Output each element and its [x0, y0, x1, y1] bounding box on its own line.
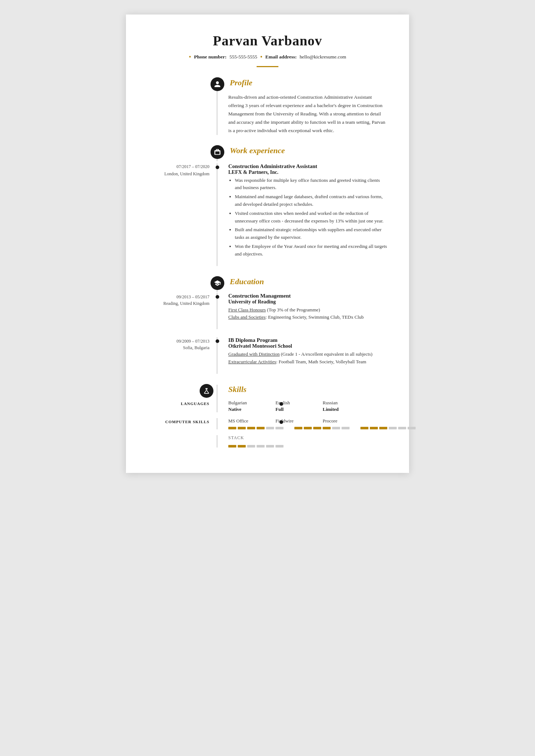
flask-icon — [203, 387, 210, 395]
work-bullet-0 — [216, 165, 219, 169]
phone-value: 555-555-5555 — [229, 54, 257, 60]
skills-icon-circle — [200, 384, 213, 398]
procore-bar — [360, 427, 416, 429]
seg-2-5 — [408, 427, 416, 429]
work-date-col — [148, 146, 217, 161]
stack-seg-5 — [275, 445, 283, 448]
computer-content: MS Office Fieldwire Procore — [217, 418, 416, 429]
skills-header-right: Skills — [217, 385, 387, 400]
edu-extra-text-0: : Engineering Society, Swimming Club, TE… — [266, 314, 364, 320]
work-date: 07/2017 – 07/2020 — [148, 163, 209, 170]
profile-title: Profile — [230, 78, 252, 87]
stack-seg-0 — [228, 445, 236, 448]
work-entry-title: Construction Administrative Assistant — [228, 163, 387, 169]
seg-0-3 — [257, 427, 265, 429]
skill-ms-office: MS Office — [228, 418, 265, 424]
edu-entry-1-right: IB Diploma Program Otkrivatel Montessori… — [217, 337, 387, 374]
lang-name-2: Russian — [323, 400, 359, 406]
work-bullet-item-4: Won the Employee of the Year Award once … — [235, 243, 387, 258]
skills-icon-pos — [200, 384, 213, 398]
profile-content-col: Profile Results-driven and action-orient… — [217, 78, 387, 135]
seg-1-0 — [294, 427, 302, 429]
education-icon-circle — [211, 276, 224, 290]
computer-bars-row — [228, 426, 416, 429]
edu-honor-label-0: First Class Honours — [228, 307, 266, 312]
languages-row: LANGUAGES Bulgarian Native English Full … — [148, 400, 387, 412]
languages-content: Bulgarian Native English Full Russian Li… — [217, 400, 387, 412]
stack-bar — [228, 445, 387, 448]
stack-content: STACK — [217, 435, 387, 448]
stack-seg-1 — [238, 445, 246, 448]
candidate-name: Parvan Varbanov — [148, 33, 387, 49]
seg-1-3 — [323, 427, 331, 429]
edu-degree-0: Construction Management — [228, 293, 387, 299]
work-location: London, United Kingdom — [148, 171, 209, 177]
seg-0-5 — [275, 427, 283, 429]
edu-extra-text-1: : Football Team, Math Society, Volleybal… — [276, 359, 366, 364]
seg-0-0 — [228, 427, 236, 429]
edu-extra-0: Clubs and Societies: Engineering Society… — [228, 314, 387, 321]
lang-name-0: Bulgarian — [228, 400, 265, 406]
seg-2-2 — [379, 427, 387, 429]
edu-school-0: University of Reading — [228, 299, 387, 305]
edu-entry-0-date: 09/2013 – 05/2017 — [148, 294, 209, 300]
seg-2-4 — [398, 427, 406, 429]
education-entry-0-row: 09/2013 – 05/2017 Reading, United Kingdo… — [148, 293, 387, 330]
profile-header-row: Profile — [228, 78, 387, 87]
edu-entry-1-date: 09/2009 – 07/2013 — [148, 338, 209, 344]
resume-document: Parvan Varbanov • Phone number: 555-555-… — [126, 15, 409, 473]
seg-0-1 — [238, 427, 246, 429]
education-title: Education — [230, 277, 264, 286]
profile-text: Results-driven and action-oriented Const… — [228, 93, 387, 135]
seg-1-1 — [304, 427, 312, 429]
seg-1-4 — [332, 427, 340, 429]
header-section: Parvan Varbanov • Phone number: 555-555-… — [148, 33, 387, 67]
briefcase-icon — [214, 148, 221, 156]
edu-body-0: First Class Honours (Top 3% of the Progr… — [228, 306, 387, 322]
education-entry-1-row: 09/2009 – 07/2013 Sofia, Bulgaria IB Dip… — [148, 337, 387, 374]
lang-level-0: Native — [228, 406, 265, 412]
edu-extra-1: Extracurricular Activities: Football Tea… — [228, 358, 387, 366]
languages-label: LANGUAGES — [148, 400, 217, 412]
education-date-col-header — [148, 277, 217, 292]
profile-date-col — [148, 78, 217, 135]
skills-header-wrapper: Skills — [148, 385, 387, 400]
work-entries-container: 07/2017 – 07/2020 London, United Kingdom… — [148, 163, 387, 266]
edu-bullet-1 — [216, 339, 219, 343]
language-english: English Full — [275, 400, 312, 412]
bullet-dot-2: • — [260, 54, 262, 60]
person-icon — [214, 81, 221, 88]
education-content-header: Education — [217, 277, 387, 292]
seg-1-5 — [342, 427, 350, 429]
work-title: Work experience — [230, 146, 285, 155]
work-bullet-item-3: Built and maintained strategic relations… — [235, 226, 387, 241]
fieldwire-bar — [294, 427, 350, 429]
seg-2-1 — [370, 427, 378, 429]
education-header-row: Education — [228, 277, 387, 286]
work-entry-right: Construction Administrative Assistant LE… — [217, 163, 387, 266]
seg-1-2 — [313, 427, 321, 429]
skill-name-0: MS Office — [228, 418, 265, 424]
computer-label: COMPUTER SKILLS — [148, 418, 217, 429]
language-bulgarian: Bulgarian Native — [228, 400, 265, 412]
work-entry-company: LEFX & Partners, Inc. — [228, 169, 387, 175]
edu-honor-0: First Class Honours (Top 3% of the Progr… — [228, 306, 387, 314]
skills-title: Skills — [228, 385, 246, 394]
profile-section: Profile Results-driven and action-orient… — [148, 78, 387, 135]
stack-seg-2 — [247, 445, 255, 448]
work-entry-body: Was responsible for multiple key office … — [228, 177, 387, 258]
work-entry-0: Construction Administrative Assistant LE… — [228, 163, 387, 258]
computer-bullet — [279, 420, 283, 424]
lang-level-1: Full — [275, 406, 312, 412]
edu-body-1: Graduated with Distinction (Grade 1 - A/… — [228, 351, 387, 366]
work-header-row: Work experience — [228, 146, 387, 155]
edu-entry-0-location: Reading, United Kingdom — [148, 300, 209, 307]
work-bullet-item-2: Visited construction sites when needed a… — [235, 210, 387, 225]
seg-2-0 — [360, 427, 368, 429]
contact-line: • Phone number: 555-555-5555 • Email add… — [148, 54, 387, 60]
stack-label-col — [148, 435, 217, 448]
work-entry-left: 07/2017 – 07/2020 London, United Kingdom — [148, 163, 217, 266]
stack-seg-4 — [266, 445, 274, 448]
phone-label: Phone number: — [194, 54, 227, 60]
edu-honor-text-1: (Grade 1 - A/excellent equivalent in all… — [280, 351, 373, 357]
